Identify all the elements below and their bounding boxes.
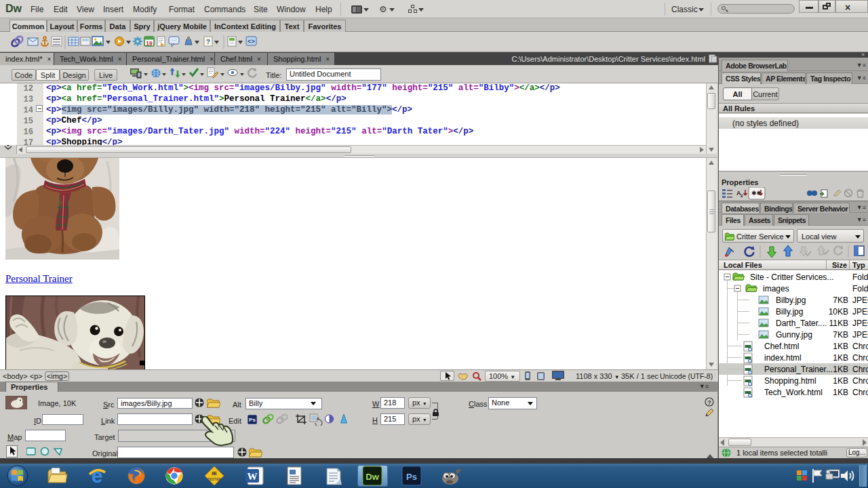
svg-text:z: z [741,193,743,198]
svg-text:<>: <> [248,39,255,45]
svg-text:IE: IE [212,470,217,476]
svg-text:?: ? [707,399,711,406]
svg-text:✱✱: ✱✱ [751,190,762,197]
svg-text:e: e [92,464,103,487]
svg-text:··: ·· [172,38,176,43]
svg-text:19: 19 [146,40,153,47]
svg-text:Dw: Dw [366,472,379,482]
svg-text:?: ? [206,39,210,46]
svg-text:TESTER: TESTER [208,477,221,481]
svg-text:Ps: Ps [406,472,417,482]
svg-text:W: W [248,471,258,482]
